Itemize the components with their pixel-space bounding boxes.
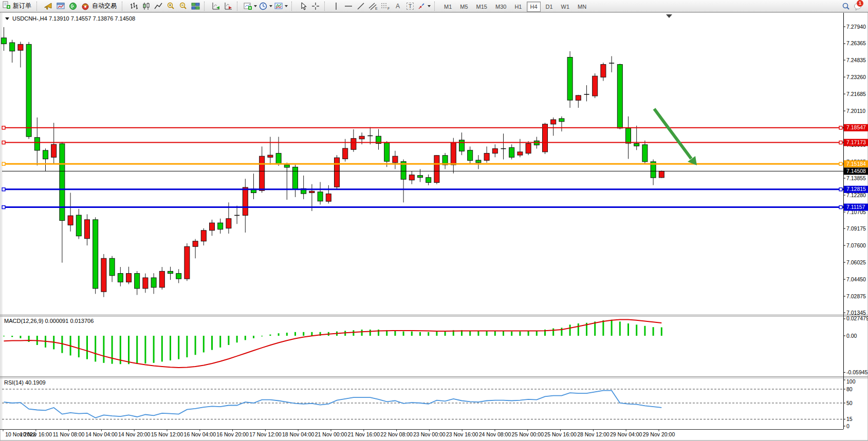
toolbar-separator <box>434 2 438 11</box>
toolbar-separator <box>204 2 208 11</box>
search-icon[interactable] <box>840 1 852 12</box>
svg-text:7.02875: 7.02875 <box>846 293 866 299</box>
tile-windows-button[interactable] <box>190 1 201 12</box>
svg-text:80: 80 <box>846 386 853 392</box>
svg-text:7.09175: 7.09175 <box>846 225 866 232</box>
timeframe-h4-button[interactable]: H4 <box>527 2 540 12</box>
svg-text:11 Nov 08:00: 11 Nov 08:00 <box>53 431 85 437</box>
svg-text:0.00: 0.00 <box>846 333 857 339</box>
svg-text:10 Nov 16:00: 10 Nov 16:00 <box>20 431 52 437</box>
timeframe-m15-button[interactable]: M15 <box>473 2 490 12</box>
time-axis[interactable]: 10 Nov 202210 Nov 16:0011 Nov 08:0014 No… <box>3 430 675 437</box>
bar-chart-type-button[interactable] <box>128 1 139 12</box>
auto-scroll-button[interactable] <box>210 1 221 12</box>
crosshair-tool-button[interactable] <box>310 1 321 12</box>
add-indicator-button[interactable] <box>243 1 257 12</box>
chevron-down-icon <box>285 5 288 7</box>
svg-text:18 Nov 04:00: 18 Nov 04:00 <box>282 431 315 437</box>
chevron-down-icon <box>269 5 272 7</box>
notification-badge: 1 <box>857 0 863 7</box>
svg-text:7.04450: 7.04450 <box>846 276 866 282</box>
chart-title-dropdown-icon[interactable] <box>5 17 9 20</box>
notifications-button[interactable]: 1 <box>853 1 864 12</box>
timeframe-clock-button[interactable] <box>258 1 273 12</box>
svg-text:100: 100 <box>846 378 856 385</box>
zoom-out-button[interactable] <box>177 1 189 12</box>
timeframe-m1-button[interactable]: M1 <box>441 2 455 12</box>
macd-label: MACD(12,26,9) 0.000091 0.013706 <box>4 318 94 324</box>
svg-text:7.06025: 7.06025 <box>846 259 866 265</box>
svg-text:7.12815: 7.12815 <box>846 186 866 192</box>
main-toolbar: 新订单 自动交易 <box>0 0 868 12</box>
new-order-button[interactable] <box>1 1 12 12</box>
label-tool-glyph: T <box>407 3 414 10</box>
timeframe-h1-button[interactable]: H1 <box>511 2 525 12</box>
timeframe-mn-button[interactable]: MN <box>575 2 589 12</box>
chart-template-button[interactable] <box>274 1 288 12</box>
svg-text:7.27940: 7.27940 <box>846 24 866 30</box>
svg-text:23 Nov 00:00: 23 Nov 00:00 <box>413 431 446 437</box>
channel-tool-button[interactable]: E <box>367 1 379 12</box>
text-label-tool-button[interactable]: T <box>404 1 416 12</box>
toolbar-separator <box>122 2 125 11</box>
svg-text:7.11157: 7.11157 <box>846 204 865 210</box>
svg-text:28 Nov 12:00: 28 Nov 12:00 <box>577 431 610 437</box>
trendline-tool-button[interactable] <box>355 1 366 12</box>
toolbar-separator <box>36 2 40 11</box>
vertical-line-tool-button[interactable] <box>330 1 342 12</box>
horn-icon-button[interactable] <box>43 1 54 12</box>
timeframe-d1-button[interactable]: D1 <box>543 2 556 12</box>
svg-text:7.15184: 7.15184 <box>846 161 866 167</box>
text-tool-button[interactable]: A <box>392 1 403 12</box>
svg-text:29 Nov 20:00: 29 Nov 20:00 <box>643 431 675 437</box>
svg-text:7.13855: 7.13855 <box>846 175 866 181</box>
arrows-tool-button[interactable] <box>417 1 431 12</box>
candlestick-type-button[interactable] <box>140 1 152 12</box>
fibonacci-tool-glyph: F <box>387 7 390 10</box>
new-order-label[interactable]: 新订单 <box>13 2 31 10</box>
chart-shift-button[interactable] <box>223 1 234 12</box>
svg-text:7.17173: 7.17173 <box>846 139 866 145</box>
chart-window-icon-button[interactable] <box>55 1 66 12</box>
cursor-tool-button[interactable] <box>298 1 309 12</box>
signal-icon-button[interactable] <box>67 1 79 12</box>
chart-plot-area[interactable]: 7.279407.263657.248357.232607.216857.201… <box>0 0 868 441</box>
svg-text:7.21685: 7.21685 <box>846 91 866 97</box>
fibonacci-tool-button[interactable]: F <box>380 1 391 12</box>
svg-text:-0.059451: -0.059451 <box>846 369 868 375</box>
svg-text:29 Nov 04:00: 29 Nov 04:00 <box>610 431 642 437</box>
toolbar-separator <box>324 2 328 11</box>
timeframe-button-group: M1M5M15M30H1H4D1W1MN <box>440 2 590 11</box>
zoom-in-button[interactable] <box>165 1 176 12</box>
svg-text:7.20110: 7.20110 <box>846 108 865 114</box>
timeframe-w1-button[interactable]: W1 <box>558 2 573 12</box>
horizontal-line-tool-button[interactable] <box>343 1 354 12</box>
svg-text:7.18547: 7.18547 <box>846 124 866 130</box>
svg-text:21 Nov 16:00: 21 Nov 16:00 <box>348 431 380 437</box>
svg-text:25 Nov 00:00: 25 Nov 00:00 <box>512 431 544 437</box>
svg-text:14 Nov 04:00: 14 Nov 04:00 <box>85 431 118 437</box>
auto-trading-icon[interactable] <box>80 1 91 12</box>
chevron-down-icon <box>428 5 431 7</box>
text-tool-glyph: A <box>396 3 400 10</box>
svg-text:24 Nov 08:00: 24 Nov 08:00 <box>479 431 511 437</box>
toolbar-separator <box>237 2 241 11</box>
svg-text:22 Nov 08:00: 22 Nov 08:00 <box>380 431 413 437</box>
svg-text:15: 15 <box>846 416 853 422</box>
svg-text:16 Nov 04:00: 16 Nov 04:00 <box>184 431 216 437</box>
line-chart-type-button[interactable] <box>153 1 164 12</box>
svg-text:7.26365: 7.26365 <box>846 40 866 46</box>
chart-window-title: USDCNH-,H4 7.13910 7.14557 7.13876 7.145… <box>5 15 135 22</box>
auto-trading-label[interactable]: 自动交易 <box>92 2 117 10</box>
svg-text:7.14508: 7.14508 <box>846 168 866 174</box>
svg-text:7.23260: 7.23260 <box>846 74 866 80</box>
timeframe-m5-button[interactable]: M5 <box>457 2 471 12</box>
toolbar-separator <box>291 2 295 11</box>
new-order-icon <box>2 1 10 11</box>
svg-text:17 Nov 12:00: 17 Nov 12:00 <box>249 431 282 437</box>
svg-text:14 Nov 20:00: 14 Nov 20:00 <box>118 431 151 437</box>
svg-text:7.07600: 7.07600 <box>846 242 866 248</box>
timeframe-m30-button[interactable]: M30 <box>492 2 509 12</box>
svg-text:50: 50 <box>846 400 853 406</box>
svg-text:7.24835: 7.24835 <box>846 57 866 63</box>
